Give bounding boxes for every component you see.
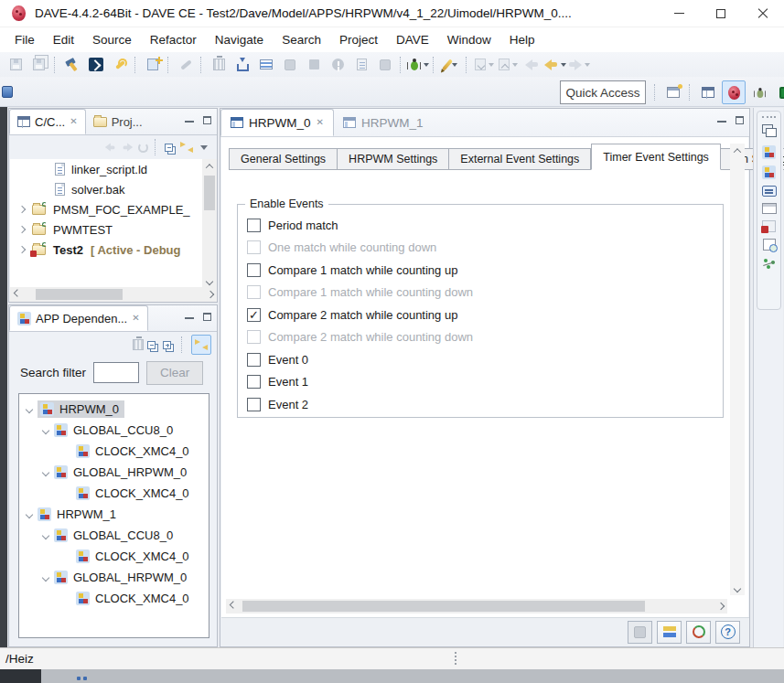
minimize-panel-icon[interactable]	[185, 118, 194, 123]
chevron-down-icon[interactable]	[42, 426, 49, 433]
save-all-button[interactable]	[28, 55, 50, 75]
close-button[interactable]	[742, 0, 784, 27]
scroll-left-icon[interactable]	[10, 287, 24, 301]
quick-access-button[interactable]: Quick Access	[560, 80, 646, 104]
scroll-right-icon[interactable]	[203, 287, 217, 301]
download-button[interactable]	[231, 55, 253, 75]
chip-tool-button[interactable]	[279, 55, 301, 75]
tab-cpp-projects[interactable]: C/C...	[9, 109, 86, 134]
terminate-button[interactable]	[303, 55, 325, 75]
debug-dropdown-arrow[interactable]	[424, 63, 429, 67]
checkbox-row-compare1-up[interactable]: Compare 1 match while counting up	[247, 259, 714, 282]
maximize-panel-icon[interactable]	[203, 116, 211, 124]
minimize-panel-icon[interactable]	[185, 315, 194, 319]
menu-project[interactable]: Project	[330, 29, 387, 50]
scroll-down-icon[interactable]	[730, 582, 744, 595]
link-with-editor-icon[interactable]	[180, 141, 193, 154]
menu-help[interactable]: Help	[500, 29, 544, 50]
menu-edit[interactable]: Edit	[44, 29, 83, 50]
editor-tab-hrpwm1[interactable]: HRPWM_1	[334, 109, 433, 136]
checkbox-icon[interactable]	[247, 375, 261, 389]
checkbox-icon[interactable]	[247, 219, 261, 232]
hw-perspective-button[interactable]	[773, 80, 784, 104]
minimized-view-icon[interactable]	[2, 86, 13, 98]
back-button[interactable]	[544, 55, 566, 75]
checkbox-icon[interactable]	[247, 353, 261, 367]
search-filter-input[interactable]	[93, 362, 139, 383]
tree-node[interactable]: GLOBAL_CCU8_0	[19, 525, 209, 546]
chevron-right-icon[interactable]	[18, 206, 26, 213]
problems-view-icon[interactable]	[762, 220, 776, 232]
tree-node[interactable]: GLOBAL_HRPWM_0	[19, 567, 209, 588]
expand-all-icon[interactable]	[163, 341, 171, 349]
help-button[interactable]	[715, 621, 740, 644]
new-c-project-button[interactable]	[142, 55, 164, 75]
save-button[interactable]	[5, 55, 27, 75]
tree-node[interactable]: HRPWM_0	[19, 399, 209, 420]
dave-perspective-button[interactable]	[722, 80, 746, 104]
scrollbar-thumb[interactable]	[242, 601, 645, 612]
forward-dropdown-arrow[interactable]	[585, 63, 590, 67]
last-edit-location-button[interactable]	[521, 55, 542, 75]
horizontal-scrollbar[interactable]	[10, 287, 217, 302]
tree-node[interactable]: CLOCK_XMC4_0	[19, 588, 209, 609]
build-button[interactable]	[61, 55, 83, 75]
nav-forward-icon[interactable]	[123, 144, 133, 152]
dave-generate-button[interactable]	[85, 55, 107, 75]
chevron-down-icon[interactable]	[26, 405, 33, 412]
registers-view-icon[interactable]	[762, 203, 777, 214]
checkbox-icon[interactable]	[247, 398, 261, 411]
signal-connections-view-icon[interactable]	[762, 257, 777, 270]
tree-node[interactable]: GLOBAL_CCU8_0	[19, 420, 209, 441]
scroll-up-icon[interactable]	[730, 144, 744, 157]
scrollbar-thumb[interactable]	[36, 289, 123, 300]
app-view-icon-1[interactable]	[762, 145, 776, 159]
checkbox-row-event2[interactable]: Event 2	[247, 393, 714, 416]
minimize-button[interactable]	[658, 0, 700, 27]
checkbox-row-event0[interactable]: Event 0	[247, 348, 714, 371]
chevron-down-icon[interactable]	[26, 510, 33, 518]
maximize-panel-icon[interactable]	[203, 313, 211, 321]
nav-back-icon[interactable]	[105, 144, 115, 152]
clear-button[interactable]: Clear	[146, 361, 203, 385]
restore-view-icon[interactable]	[761, 124, 778, 139]
tab-timer-event-settings[interactable]: Timer Event Settings	[591, 144, 721, 170]
flash-dropdown-arrow[interactable]	[452, 63, 457, 67]
scrollbar-thumb[interactable]	[204, 176, 215, 210]
tree-item-active-project[interactable]: Test2 [ Active - Debug	[10, 240, 202, 260]
checkbox-row-compare2-up[interactable]: Compare 2 match while counting up	[247, 304, 714, 326]
editor-horizontal-scrollbar[interactable]	[226, 599, 727, 614]
prev-annotation-button[interactable]	[497, 55, 519, 75]
maximize-editor-icon[interactable]	[736, 116, 744, 124]
tab-project-explorer[interactable]: Proj...	[86, 109, 150, 134]
chevron-right-icon[interactable]	[18, 226, 26, 233]
tree-node[interactable]: CLOCK_XMC4_0	[19, 483, 209, 504]
maximize-button[interactable]	[700, 0, 742, 27]
menu-navigate[interactable]: Navigate	[206, 29, 273, 50]
collapse-all-icon[interactable]	[165, 144, 173, 152]
tree-item-project[interactable]: PWMTEST	[10, 219, 202, 240]
add-app-icon[interactable]	[133, 339, 144, 350]
tab-app-dependency[interactable]: APP Dependen...	[9, 305, 148, 331]
memory-view-button[interactable]	[255, 55, 277, 75]
back-dropdown-arrow[interactable]	[561, 63, 566, 67]
app-view-icon-2[interactable]	[762, 165, 776, 179]
checkbox-icon[interactable]	[247, 263, 261, 277]
menu-window[interactable]: Window	[438, 29, 500, 50]
console-view-icon[interactable]	[762, 186, 777, 197]
link-with-editor-button[interactable]	[191, 335, 211, 355]
form-tool-button[interactable]	[350, 55, 372, 75]
scroll-up-icon[interactable]	[202, 159, 216, 173]
refresh-button[interactable]	[686, 621, 711, 644]
tree-item-file[interactable]: solver.bak	[10, 179, 202, 199]
editor-vertical-scrollbar[interactable]	[730, 144, 745, 595]
chevron-down-icon[interactable]	[42, 573, 49, 581]
menu-dave[interactable]: DAVE	[387, 29, 438, 50]
checkbox-row-period-match[interactable]: Period match	[247, 214, 714, 237]
drag-handle-icon[interactable]	[762, 116, 776, 118]
minimize-editor-icon[interactable]	[717, 118, 726, 123]
checkbox-row-event1[interactable]: Event 1	[247, 371, 714, 394]
tree-item-file[interactable]: linker_script.ld	[10, 159, 202, 179]
nav-up-icon[interactable]	[138, 143, 148, 153]
menu-file[interactable]: File	[5, 29, 44, 50]
